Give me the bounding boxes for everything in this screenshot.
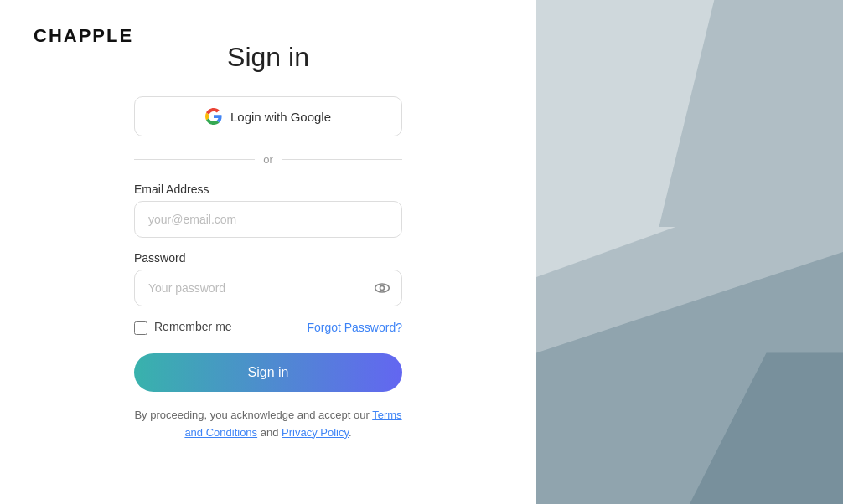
email-input[interactable] — [134, 201, 402, 238]
password-input[interactable] — [134, 270, 402, 306]
password-field-group: Password — [134, 251, 402, 306]
email-label: Email Address — [134, 183, 402, 196]
password-label: Password — [134, 251, 402, 265]
google-button-label: Login with Google — [230, 110, 331, 124]
logo: CHAPPLE — [34, 25, 133, 47]
toggle-password-button[interactable] — [374, 280, 390, 296]
terms-text: By proceeding, you acknowledge and accep… — [134, 407, 402, 442]
google-login-button[interactable]: Login with Google — [134, 96, 402, 136]
terms-prefix: By proceeding, you acknowledge and accep… — [134, 409, 372, 421]
remember-me-text: Remember me — [154, 320, 232, 333]
terms-middle: and — [257, 426, 282, 439]
forgot-password-link[interactable]: Forgot Password? — [307, 321, 402, 334]
password-input-wrapper — [134, 270, 402, 306]
right-panel — [536, 0, 843, 504]
terms-suffix: . — [349, 426, 352, 439]
divider-line-right — [282, 159, 402, 160]
divider: or — [134, 153, 402, 166]
google-icon — [205, 108, 222, 125]
remember-me-label[interactable]: Remember me — [134, 320, 232, 335]
sign-in-button[interactable]: Sign in — [134, 353, 402, 392]
privacy-policy-link[interactable]: Privacy Policy — [282, 426, 349, 439]
svg-point-0 — [375, 284, 390, 292]
remember-me-checkbox[interactable] — [134, 321, 147, 335]
page-title: Sign in — [134, 42, 402, 73]
form-container: Sign in Login with Google or Email Addre… — [134, 42, 402, 442]
divider-line-left — [134, 159, 255, 160]
left-panel: CHAPPLE Sign in Login with Google or Ema… — [0, 0, 536, 504]
eye-icon — [374, 280, 390, 296]
email-input-wrapper — [134, 201, 402, 238]
divider-text: or — [263, 153, 273, 166]
remember-forgot-row: Remember me Forgot Password? — [134, 320, 402, 335]
email-field-group: Email Address — [134, 183, 402, 238]
svg-point-1 — [380, 286, 385, 291]
